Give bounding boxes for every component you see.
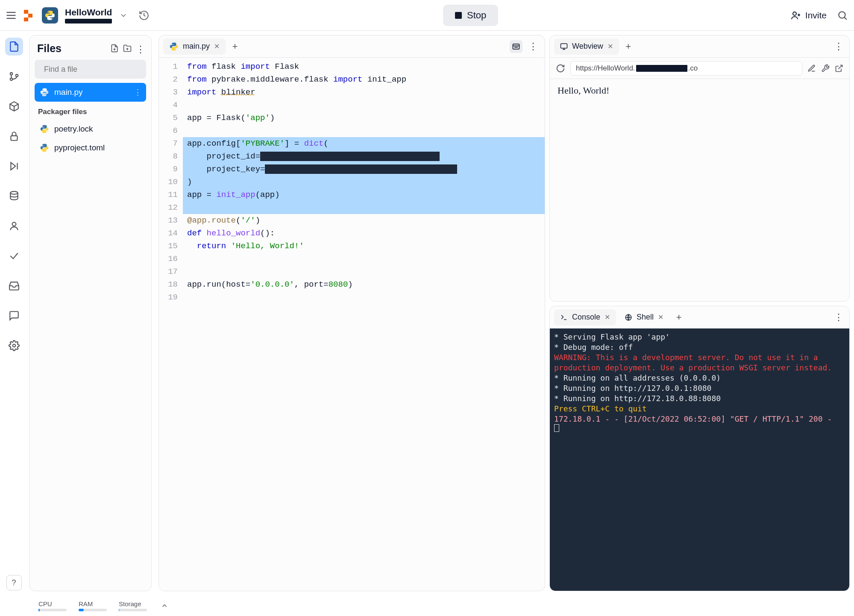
- user-plus-icon: [791, 10, 801, 21]
- svg-marker-16: [11, 162, 15, 170]
- chat-icon: [9, 310, 20, 321]
- python-badge-icon: [42, 7, 58, 23]
- file-search-input[interactable]: [44, 65, 143, 74]
- check-icon: [9, 250, 20, 261]
- rail-chat[interactable]: [5, 307, 23, 325]
- svg-point-12: [10, 78, 12, 80]
- console-output[interactable]: * Serving Flask app 'app' * Debug mode: …: [550, 329, 849, 591]
- webview-url-row: https://HelloWorld..co: [550, 58, 849, 79]
- tab-shell[interactable]: Shell ✕: [619, 309, 669, 326]
- user-icon: [9, 220, 20, 232]
- console-more-button[interactable]: ⋮: [834, 312, 845, 323]
- file-label: main.py: [54, 88, 83, 97]
- reload-button[interactable]: [556, 64, 565, 73]
- file-search-box[interactable]: [35, 60, 146, 79]
- svg-line-33: [838, 65, 842, 69]
- svg-point-13: [15, 74, 18, 76]
- inbox-icon: [9, 280, 20, 291]
- tab-close-button[interactable]: ✕: [607, 42, 613, 50]
- editor-tab-bar: main.py ✕ + ⋮: [159, 35, 545, 58]
- files-title: Files: [37, 42, 107, 55]
- url-input[interactable]: https://HelloWorld..co: [570, 61, 802, 76]
- svg-point-11: [10, 73, 12, 75]
- svg-point-20: [12, 344, 15, 347]
- webview-text: Hello, World!: [558, 85, 609, 96]
- python-icon: [40, 143, 49, 153]
- tab-close-button[interactable]: ✕: [605, 313, 610, 321]
- file-label: pyproject.toml: [54, 143, 105, 153]
- console-panel: Console ✕ Shell ✕ + ⋮ * Serving Flask ap…: [549, 306, 850, 591]
- python-icon: [40, 124, 49, 134]
- rail-files[interactable]: [5, 38, 23, 56]
- webview-tab-label: Webview: [572, 42, 603, 51]
- svg-point-19: [12, 222, 16, 226]
- replit-logo-icon[interactable]: [23, 9, 36, 22]
- play-next-icon: [9, 161, 20, 172]
- svg-rect-4: [28, 14, 32, 18]
- tab-close-button[interactable]: ✕: [658, 313, 663, 321]
- invite-button[interactable]: Invite: [791, 10, 827, 21]
- new-file-button[interactable]: [110, 44, 120, 53]
- line-gutter: 1234567891011121314▼1516171819: [159, 58, 183, 591]
- tab-console[interactable]: Console ✕: [554, 309, 616, 326]
- rail-version-control[interactable]: [5, 67, 23, 85]
- storage-meter[interactable]: Storage: [119, 600, 147, 611]
- gear-icon: [9, 340, 20, 351]
- code-area[interactable]: 1234567891011121314▼1516171819 from flas…: [159, 58, 545, 591]
- url-redacted: [636, 65, 687, 72]
- file-item-pyproject-toml[interactable]: pyproject.toml: [35, 138, 146, 157]
- devtools-button[interactable]: [821, 64, 830, 73]
- svg-rect-5: [24, 18, 28, 21]
- menu-button[interactable]: [5, 9, 17, 21]
- console-tab-bar: Console ✕ Shell ✕ + ⋮: [550, 306, 849, 329]
- editor-more-button[interactable]: ⋮: [528, 41, 537, 52]
- new-folder-button[interactable]: [123, 44, 132, 53]
- status-bar: CPU RAM Storage: [0, 595, 854, 616]
- rail-settings[interactable]: [5, 337, 23, 355]
- new-tab-button[interactable]: +: [672, 311, 686, 324]
- history-button[interactable]: [138, 9, 150, 22]
- stop-button[interactable]: Stop: [443, 5, 498, 26]
- files-more-button[interactable]: ⋮: [136, 44, 145, 53]
- new-tab-button[interactable]: +: [228, 40, 242, 53]
- python-icon: [40, 88, 49, 97]
- file-more-icon[interactable]: ⋮: [134, 88, 142, 97]
- expand-status-button[interactable]: [161, 602, 168, 610]
- rail-account[interactable]: [5, 217, 23, 235]
- project-dropdown-button[interactable]: [118, 10, 129, 21]
- file-item-main-py[interactable]: main.py ⋮: [35, 83, 146, 102]
- rail-inbox[interactable]: [5, 277, 23, 295]
- shell-icon: [625, 314, 632, 321]
- help-button[interactable]: ?: [6, 575, 22, 590]
- svg-point-6: [793, 12, 796, 15]
- rail-checks[interactable]: [5, 247, 23, 265]
- tab-webview[interactable]: Webview ✕: [554, 38, 619, 55]
- rail-run[interactable]: [5, 157, 23, 175]
- tab-label: main.py: [183, 42, 210, 51]
- rail-packages[interactable]: [5, 97, 23, 115]
- workspace: ? Files ⋮ main.py ⋮ Packager files poetr…: [0, 31, 854, 595]
- edit-url-button[interactable]: [807, 64, 816, 73]
- rail-secrets[interactable]: [5, 127, 23, 145]
- lock-icon: [9, 131, 20, 142]
- code-lines[interactable]: from flask import Flaskfrom pybrake.midd…: [183, 58, 545, 591]
- console-tab-label: Console: [572, 313, 600, 322]
- global-search-button[interactable]: [836, 9, 849, 22]
- package-icon: [9, 101, 20, 112]
- cpu-meter[interactable]: CPU: [38, 600, 67, 611]
- open-external-button[interactable]: [835, 64, 843, 73]
- svg-point-18: [10, 191, 18, 194]
- new-tab-button[interactable]: +: [622, 40, 635, 53]
- tab-main-py[interactable]: main.py ✕: [163, 38, 226, 55]
- rail-database[interactable]: [5, 187, 23, 205]
- webview-more-button[interactable]: ⋮: [834, 41, 845, 52]
- editor-panel: main.py ✕ + ⋮ 1234567891011121314▼151617…: [158, 35, 545, 591]
- markdown-preview-button[interactable]: [510, 40, 522, 53]
- branch-icon: [9, 71, 20, 82]
- tab-close-button[interactable]: ✕: [214, 42, 220, 50]
- top-bar: HelloWorld Stop Invite: [0, 0, 854, 31]
- webview-panel: Webview ✕ + ⋮ https://HelloWorld..co: [549, 35, 850, 302]
- file-item-poetry-lock[interactable]: poetry.lock: [35, 120, 146, 138]
- svg-rect-15: [11, 136, 17, 141]
- ram-meter[interactable]: RAM: [79, 600, 107, 611]
